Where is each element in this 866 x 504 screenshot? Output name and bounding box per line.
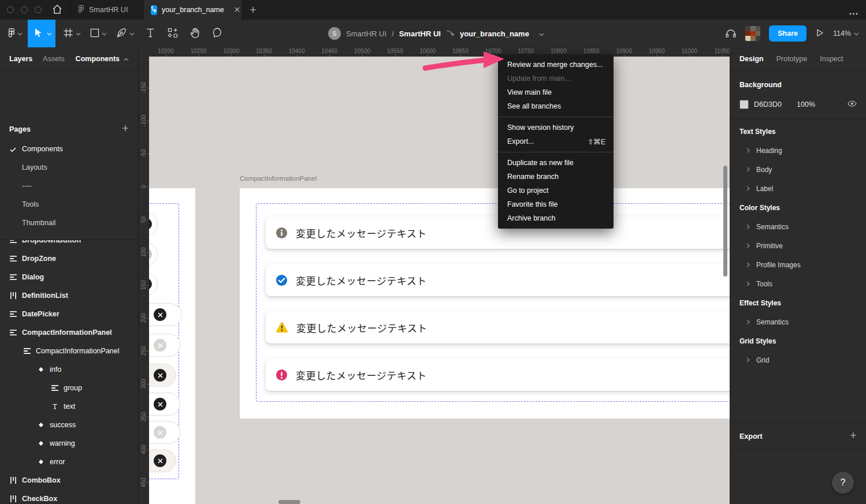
layer-item-compactinformationpanel[interactable]: CompactInformationPanel: [0, 342, 138, 360]
layer-item-group[interactable]: group: [0, 379, 138, 397]
menu-item-view-main-file[interactable]: View main file: [498, 85, 614, 99]
menu-item-show-version-history[interactable]: Show version history: [498, 121, 614, 135]
tab-prototype[interactable]: Prototype: [776, 55, 808, 63]
menu-item-see-all-branches[interactable]: See all branches: [498, 99, 614, 113]
resources-button[interactable]: [164, 20, 181, 47]
chip-close-button[interactable]: [154, 398, 166, 410]
user-avatar[interactable]: [745, 26, 760, 41]
zoom-window-icon[interactable]: [35, 6, 42, 13]
canvas-vertical-scrollbar[interactable]: [723, 166, 727, 277]
menu-item-archive-branch[interactable]: Archive branch: [498, 211, 614, 225]
chip-close-button[interactable]: [154, 339, 166, 352]
frame-tool-button[interactable]: [60, 20, 83, 47]
page-item-thumbnail[interactable]: Thumbnail: [0, 214, 138, 232]
eye-icon[interactable]: [848, 100, 857, 109]
h-ruler-tick: [231, 54, 232, 57]
share-button[interactable]: Share: [769, 25, 806, 42]
color-swatch[interactable]: [739, 100, 749, 109]
chip-close-button[interactable]: [154, 369, 166, 382]
breadcrumb-project[interactable]: SmartHR UI: [346, 29, 386, 38]
background-hex-value[interactable]: D6D3D0: [754, 100, 782, 109]
menu-item-export[interactable]: Export...⇧⌘E: [498, 135, 614, 148]
background-color-row[interactable]: D6D3D0 100%: [739, 98, 857, 111]
tab-assets[interactable]: Assets: [43, 55, 65, 63]
style-item-heading[interactable]: Heading: [730, 141, 866, 160]
comment-tool-button[interactable]: [208, 20, 226, 47]
page-item-components[interactable]: Components: [0, 140, 138, 158]
help-button[interactable]: ?: [832, 472, 854, 494]
style-item-label[interactable]: Label: [730, 179, 866, 198]
style-item-profile-images[interactable]: Profile Images: [730, 255, 866, 274]
menu-item-rename-branch[interactable]: Rename branch: [498, 170, 614, 184]
shape-tool-button[interactable]: [87, 20, 110, 47]
chevron-down-icon[interactable]: [539, 29, 544, 38]
canvas-horizontal-scrollbar[interactable]: [278, 500, 300, 504]
figma-logo-icon: [78, 5, 84, 16]
message-card-error[interactable]: 変更したメッセージテキスト: [266, 359, 730, 391]
frame-name-label[interactable]: CompactInformationPanel: [240, 175, 317, 182]
hand-icon: [189, 27, 200, 40]
page-item-tools[interactable]: Tools: [0, 195, 138, 214]
style-item-semantics[interactable]: Semantics: [730, 217, 866, 236]
menu-item-favorite-this-file[interactable]: Favorite this file: [498, 197, 614, 211]
chip-close-button[interactable]: [154, 426, 166, 439]
layer-item-success[interactable]: success: [0, 416, 138, 434]
message-card-warning[interactable]: 変更したメッセージテキスト: [266, 311, 730, 344]
menu-item-go-to-project[interactable]: Go to project: [498, 184, 614, 197]
page-item-layouts[interactable]: Layouts: [0, 158, 138, 177]
breadcrumb-branch[interactable]: your_branch_name: [460, 29, 529, 38]
style-item-grid[interactable]: Grid: [730, 350, 866, 369]
style-item-tools[interactable]: Tools: [730, 274, 866, 293]
tab-layers[interactable]: Layers: [9, 55, 32, 63]
h-ruler-label: 10350: [256, 48, 272, 54]
style-item-semantics[interactable]: Semantics: [730, 312, 866, 331]
layer-item-datepicker[interactable]: DatePicker: [0, 305, 138, 323]
home-button[interactable]: [50, 3, 65, 17]
layer-item-error[interactable]: error: [0, 453, 138, 471]
design-canvas[interactable]: CompactInformationPanel 変更したメッセージテキスト変更し…: [149, 57, 730, 504]
add-page-button[interactable]: [122, 125, 129, 133]
breadcrumb-file[interactable]: SmartHR UI: [399, 29, 441, 38]
move-tool-button[interactable]: [28, 20, 55, 47]
layer-item-combobox[interactable]: ComboBox: [0, 471, 138, 490]
menu-item-duplicate-as-new-file[interactable]: Duplicate as new file: [498, 156, 614, 170]
layer-item-dialog[interactable]: Dialog: [0, 268, 138, 286]
window-more-button[interactable]: [849, 9, 858, 17]
layer-item-definitionlist[interactable]: DefinitionList: [0, 286, 138, 305]
message-card-success[interactable]: 変更したメッセージテキスト: [266, 264, 730, 296]
file-tab-smarthr-ui[interactable]: SmartHR UI: [70, 0, 143, 20]
layer-item-dropzone[interactable]: DropZone: [0, 249, 138, 268]
page-item-item[interactable]: ----: [0, 177, 138, 195]
hand-tool-button[interactable]: [186, 20, 203, 47]
close-tab-icon[interactable]: [235, 6, 240, 14]
new-tab-button[interactable]: [250, 6, 257, 15]
page-selector[interactable]: Components: [76, 55, 129, 63]
minimize-window-icon[interactable]: [21, 6, 28, 13]
layer-item-checkbox[interactable]: CheckBox: [0, 490, 138, 504]
layer-item-info[interactable]: info: [0, 360, 138, 379]
chip-close-button[interactable]: [154, 308, 166, 321]
layer-item-text[interactable]: text: [0, 397, 138, 416]
present-play-icon[interactable]: [815, 28, 824, 39]
add-export-button[interactable]: [850, 432, 857, 440]
layer-item-dropdownbutton[interactable]: DropdownButton: [0, 240, 138, 249]
pen-tool-button[interactable]: [113, 20, 137, 47]
breadcrumb[interactable]: S SmartHR UI / SmartHR UI your_branch_na…: [328, 20, 544, 47]
text-tool-button[interactable]: [142, 20, 158, 47]
style-item-primitive[interactable]: Primitive: [730, 236, 866, 255]
layer-item-compactinformationpanel[interactable]: CompactInformationPanel: [0, 323, 138, 342]
file-tab-branch[interactable]: your_branch_name: [143, 0, 241, 20]
style-item-body[interactable]: Body: [730, 160, 866, 179]
chip-close-button[interactable]: [154, 454, 166, 467]
main-menu-button[interactable]: [5, 20, 25, 47]
headphones-icon[interactable]: [725, 28, 737, 40]
tab-design[interactable]: Design: [739, 55, 764, 63]
rows-layer-icon: [9, 255, 17, 262]
tab-inspect[interactable]: Inspect: [820, 55, 843, 63]
layer-item-warning[interactable]: warning: [0, 434, 138, 453]
window-controls[interactable]: [7, 6, 42, 13]
background-opacity-value[interactable]: 100%: [797, 100, 815, 109]
close-window-icon[interactable]: [7, 6, 14, 13]
zoom-level-control[interactable]: 114%: [833, 29, 859, 38]
menu-item-review-and-merge-changes[interactable]: Review and merge changes...: [498, 58, 614, 72]
